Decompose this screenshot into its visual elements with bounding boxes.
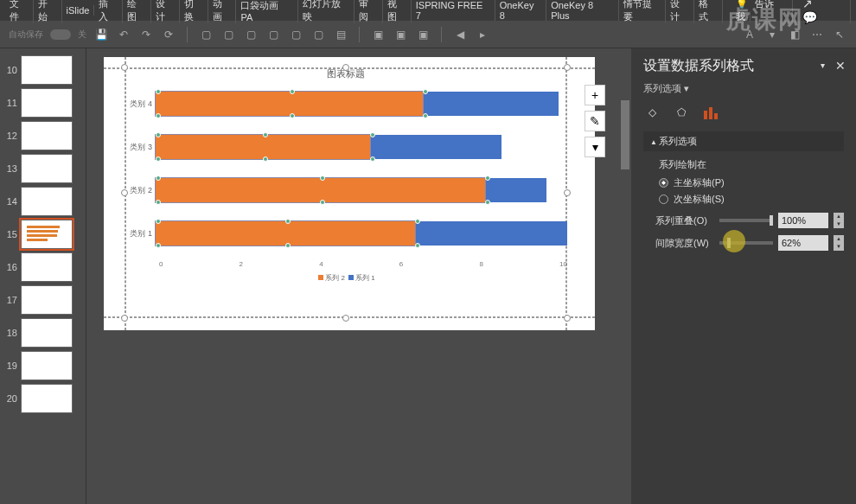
menu-design[interactable]: 设计: [151, 0, 180, 23]
menu-review[interactable]: 审阅: [355, 0, 383, 23]
pane-section-header[interactable]: 系列选项: [643, 131, 844, 151]
autosave-state: 关: [78, 29, 86, 41]
svg-rect-2: [714, 113, 718, 119]
pane-close-button[interactable]: ✕: [835, 59, 846, 73]
slide: 图表标题 类别 4类别 3类别 2类别 1 0246810 系列 2 系列 1 …: [104, 57, 595, 330]
svg-rect-1: [709, 107, 712, 119]
thumbnail-slide-10[interactable]: 10: [0, 54, 86, 86]
tell-me[interactable]: 💡 告诉我: [731, 0, 793, 23]
cursor-highlight: [723, 230, 745, 252]
tool-icon[interactable]: ▸: [475, 27, 490, 42]
tool-icon[interactable]: ▢: [310, 27, 326, 42]
primary-axis-label: 主坐标轴(P): [674, 176, 725, 189]
tool-icon[interactable]: ▢: [288, 27, 303, 42]
secondary-axis-label: 次坐标轴(S): [674, 193, 725, 206]
category-label: 类别 1: [125, 228, 156, 239]
cursor-icon[interactable]: ↖: [832, 27, 847, 42]
menu-draw[interactable]: 绘图: [123, 0, 151, 23]
slide-thumbnails-panel[interactable]: 1011121314151617181920: [0, 48, 86, 504]
comments-icon[interactable]: 💬: [797, 10, 822, 24]
tool-icon[interactable]: ▢: [198, 27, 214, 42]
tool-icon[interactable]: ▣: [370, 27, 386, 42]
menu-format[interactable]: 格式: [694, 0, 723, 23]
category-label: 类别 2: [125, 185, 156, 196]
category-label: 类别 4: [125, 99, 156, 110]
tool-icon[interactable]: ▤: [333, 27, 348, 42]
slide-canvas[interactable]: 图表标题 类别 4类别 3类别 2类别 1 0246810 系列 2 系列 1 …: [86, 48, 631, 504]
menu-animations[interactable]: 动画: [208, 0, 237, 23]
pane-title: 设置数据系列格式: [643, 57, 844, 75]
thumbnail-slide-18[interactable]: 18: [0, 316, 86, 349]
menu-islide[interactable]: iSlide: [62, 5, 95, 16]
series-tab-icon[interactable]: [702, 104, 719, 121]
thumbnail-slide-14[interactable]: 14: [0, 185, 86, 218]
tool-icon[interactable]: ◧: [787, 27, 802, 42]
overlap-slider[interactable]: [719, 219, 773, 222]
format-pane: 设置数据系列格式 ▾ ✕ 系列选项 ▾ ◇ ⬠ 系列选项 系列绘制在 主坐标轴(…: [631, 48, 856, 504]
thumbnail-slide-17[interactable]: 17: [0, 284, 86, 316]
share-icon[interactable]: ↗: [797, 0, 818, 10]
thumbnail-slide-12[interactable]: 12: [0, 119, 86, 152]
menu-onekey8[interactable]: OneKey 8: [495, 0, 546, 21]
repeat-icon[interactable]: ⟳: [161, 27, 176, 42]
category-label: 类别 3: [125, 142, 156, 153]
chart-plot-area[interactable]: 类别 4类别 3类别 2类别 1: [125, 87, 567, 250]
thumbnail-slide-20[interactable]: 20: [0, 382, 86, 415]
fill-tab-icon[interactable]: ◇: [643, 104, 661, 121]
thumbnail-slide-11[interactable]: 11: [0, 86, 86, 119]
pane-dropdown[interactable]: 系列选项 ▾: [643, 82, 844, 95]
primary-axis-radio[interactable]: [659, 178, 668, 188]
menu-bar: 文件 开始 iSlide 插入 绘图 设计 切换 动画 口袋动画 PA 幻灯片放…: [0, 0, 856, 21]
tool-icon[interactable]: ▢: [220, 27, 236, 42]
menu-slideshow[interactable]: 幻灯片放映: [298, 0, 355, 23]
gap-spinner[interactable]: ▲▼: [834, 235, 844, 251]
undo-icon[interactable]: ↶: [116, 27, 131, 42]
autosave-label: 自动保存: [9, 29, 43, 41]
svg-rect-0: [704, 111, 707, 119]
redo-icon[interactable]: ↷: [138, 27, 154, 42]
chart-object[interactable]: 图表标题 类别 4类别 3类别 2类别 1 0246810 系列 2 系列 1 …: [125, 67, 567, 318]
gap-label: 间隙宽度(W): [655, 237, 714, 250]
menu-home[interactable]: 开始: [34, 0, 62, 23]
gap-value-input[interactable]: 62%: [778, 235, 828, 251]
canvas-scrollbar[interactable]: [619, 48, 631, 504]
effects-tab-icon[interactable]: ⬠: [673, 104, 690, 121]
menu-view[interactable]: 视图: [383, 0, 412, 23]
tool-icon[interactable]: ▢: [265, 27, 281, 42]
menu-file[interactable]: 文件: [5, 0, 34, 23]
overlap-spinner[interactable]: ▲▼: [834, 213, 844, 228]
chart-add-element-button[interactable]: +: [585, 85, 605, 105]
tool-icon[interactable]: ▾: [764, 27, 780, 42]
tool-icon[interactable]: ▢: [243, 27, 259, 42]
menu-insert[interactable]: 插入: [94, 0, 123, 23]
font-icon[interactable]: A: [742, 27, 757, 42]
menu-design2[interactable]: 设计: [666, 0, 694, 23]
menu-storyboard[interactable]: 情节提要: [619, 0, 667, 23]
overlap-value-input[interactable]: 100%: [778, 213, 828, 228]
menu-transitions[interactable]: 切换: [180, 0, 208, 23]
chart-legend[interactable]: 系列 2 系列 1: [125, 273, 567, 283]
menu-ispring[interactable]: ISPRING FREE 7: [412, 0, 495, 21]
tool-icon[interactable]: ▣: [393, 27, 408, 42]
menu-pocket-anim[interactable]: 口袋动画 PA: [236, 0, 297, 22]
save-icon[interactable]: 💾: [93, 27, 109, 42]
thumbnail-slide-13[interactable]: 13: [0, 152, 86, 185]
chart-filter-button[interactable]: ▾: [585, 137, 605, 157]
thumbnail-slide-15[interactable]: 15: [0, 218, 86, 251]
thumbnail-slide-16[interactable]: 16: [0, 251, 86, 284]
secondary-axis-radio[interactable]: [659, 195, 668, 204]
tool-icon[interactable]: ▣: [415, 27, 431, 42]
quick-access-toolbar: 自动保存 关 💾 ↶ ↷ ⟳ ▢ ▢ ▢ ▢ ▢ ▢ ▤ ▣ ▣ ▣ ◀ ▸ A…: [0, 21, 856, 48]
chart-x-axis: 0246810: [159, 260, 567, 268]
tool-icon[interactable]: ⋯: [809, 27, 825, 42]
autosave-toggle[interactable]: [50, 29, 71, 40]
pane-options-button[interactable]: ▾: [821, 61, 825, 70]
plotted-on-label: 系列绘制在: [659, 158, 844, 171]
menu-onekey8plus[interactable]: OneKey 8 Plus: [546, 0, 619, 21]
overlap-label: 系列重叠(O): [655, 214, 714, 227]
chart-styles-button[interactable]: ✎: [585, 111, 605, 131]
tool-icon[interactable]: ◀: [452, 27, 468, 42]
thumbnail-slide-19[interactable]: 19: [0, 349, 86, 382]
